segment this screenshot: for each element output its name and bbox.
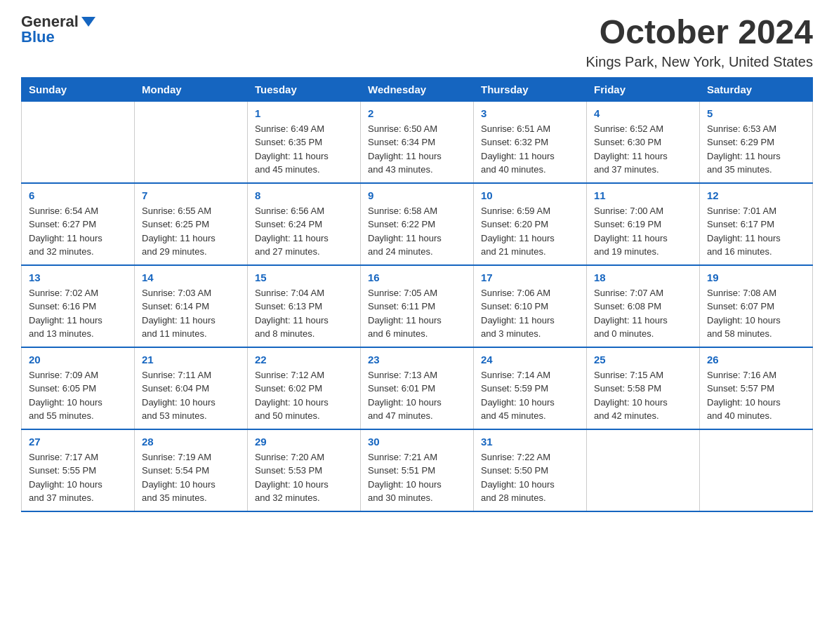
day-number: 1 — [255, 107, 353, 119]
day-info: Sunrise: 7:02 AM Sunset: 6:16 PM Dayligh… — [29, 286, 127, 341]
day-number: 4 — [594, 107, 692, 119]
day-number: 6 — [29, 189, 127, 201]
day-info: Sunrise: 7:03 AM Sunset: 6:14 PM Dayligh… — [142, 286, 240, 341]
calendar-header: Sunday Monday Tuesday Wednesday Thursday… — [22, 77, 813, 101]
calendar-cell: 14Sunrise: 7:03 AM Sunset: 6:14 PM Dayli… — [135, 265, 248, 347]
calendar-cell: 17Sunrise: 7:06 AM Sunset: 6:10 PM Dayli… — [474, 265, 587, 347]
day-info: Sunrise: 7:05 AM Sunset: 6:11 PM Dayligh… — [368, 286, 466, 341]
day-info: Sunrise: 6:55 AM Sunset: 6:25 PM Dayligh… — [142, 204, 240, 259]
calendar-cell: 5Sunrise: 6:53 AM Sunset: 6:29 PM Daylig… — [700, 101, 813, 183]
day-info: Sunrise: 7:14 AM Sunset: 5:59 PM Dayligh… — [481, 368, 579, 423]
header-thursday: Thursday — [474, 77, 587, 101]
logo-general-text: General — [21, 14, 79, 29]
day-info: Sunrise: 6:52 AM Sunset: 6:30 PM Dayligh… — [594, 122, 692, 177]
day-number: 14 — [142, 271, 240, 283]
calendar-cell — [587, 429, 700, 511]
page-header: General Blue October 2024 Kings Park, Ne… — [21, 14, 813, 70]
day-info: Sunrise: 6:49 AM Sunset: 6:35 PM Dayligh… — [255, 122, 353, 177]
calendar-cell: 1Sunrise: 6:49 AM Sunset: 6:35 PM Daylig… — [248, 101, 361, 183]
calendar-cell: 21Sunrise: 7:11 AM Sunset: 6:04 PM Dayli… — [135, 347, 248, 429]
calendar-week-2: 6Sunrise: 6:54 AM Sunset: 6:27 PM Daylig… — [22, 183, 813, 265]
header-monday: Monday — [135, 77, 248, 101]
day-info: Sunrise: 7:04 AM Sunset: 6:13 PM Dayligh… — [255, 286, 353, 341]
day-info: Sunrise: 7:01 AM Sunset: 6:17 PM Dayligh… — [707, 204, 805, 259]
day-number: 17 — [481, 271, 579, 283]
day-number: 25 — [594, 354, 692, 365]
day-info: Sunrise: 6:53 AM Sunset: 6:29 PM Dayligh… — [707, 122, 805, 177]
day-info: Sunrise: 7:08 AM Sunset: 6:07 PM Dayligh… — [707, 286, 805, 341]
logo-triangle-icon — [81, 17, 95, 27]
title-section: October 2024 Kings Park, New York, Unite… — [586, 14, 814, 70]
calendar-cell — [700, 429, 813, 511]
calendar-cell — [22, 101, 135, 183]
day-number: 9 — [368, 189, 466, 201]
day-number: 16 — [368, 271, 466, 283]
day-number: 5 — [707, 107, 805, 119]
day-info: Sunrise: 6:58 AM Sunset: 6:22 PM Dayligh… — [368, 204, 466, 259]
month-title: October 2024 — [586, 14, 814, 51]
day-number: 15 — [255, 271, 353, 283]
day-info: Sunrise: 6:56 AM Sunset: 6:24 PM Dayligh… — [255, 204, 353, 259]
day-info: Sunrise: 6:51 AM Sunset: 6:32 PM Dayligh… — [481, 122, 579, 177]
header-sunday: Sunday — [22, 77, 135, 101]
day-info: Sunrise: 7:12 AM Sunset: 6:02 PM Dayligh… — [255, 368, 353, 423]
calendar-cell: 10Sunrise: 6:59 AM Sunset: 6:20 PM Dayli… — [474, 183, 587, 265]
calendar-cell: 3Sunrise: 6:51 AM Sunset: 6:32 PM Daylig… — [474, 101, 587, 183]
day-number: 19 — [707, 271, 805, 283]
logo-blue-text: Blue — [21, 29, 55, 45]
calendar-cell: 15Sunrise: 7:04 AM Sunset: 6:13 PM Dayli… — [248, 265, 361, 347]
calendar-cell: 6Sunrise: 6:54 AM Sunset: 6:27 PM Daylig… — [22, 183, 135, 265]
calendar-cell: 29Sunrise: 7:20 AM Sunset: 5:53 PM Dayli… — [248, 429, 361, 511]
day-info: Sunrise: 7:09 AM Sunset: 6:05 PM Dayligh… — [29, 368, 127, 423]
calendar-cell: 24Sunrise: 7:14 AM Sunset: 5:59 PM Dayli… — [474, 347, 587, 429]
calendar-cell: 13Sunrise: 7:02 AM Sunset: 6:16 PM Dayli… — [22, 265, 135, 347]
calendar-cell — [135, 101, 248, 183]
day-number: 27 — [29, 436, 127, 448]
calendar-cell: 11Sunrise: 7:00 AM Sunset: 6:19 PM Dayli… — [587, 183, 700, 265]
calendar-cell: 4Sunrise: 6:52 AM Sunset: 6:30 PM Daylig… — [587, 101, 700, 183]
day-info: Sunrise: 6:50 AM Sunset: 6:34 PM Dayligh… — [368, 122, 466, 177]
day-number: 7 — [142, 189, 240, 201]
day-info: Sunrise: 6:59 AM Sunset: 6:20 PM Dayligh… — [481, 204, 579, 259]
header-wednesday: Wednesday — [361, 77, 474, 101]
day-number: 29 — [255, 436, 353, 448]
calendar-cell: 2Sunrise: 6:50 AM Sunset: 6:34 PM Daylig… — [361, 101, 474, 183]
day-info: Sunrise: 6:54 AM Sunset: 6:27 PM Dayligh… — [29, 204, 127, 259]
day-number: 10 — [481, 189, 579, 201]
calendar-cell: 20Sunrise: 7:09 AM Sunset: 6:05 PM Dayli… — [22, 347, 135, 429]
day-info: Sunrise: 7:20 AM Sunset: 5:53 PM Dayligh… — [255, 450, 353, 505]
day-info: Sunrise: 7:00 AM Sunset: 6:19 PM Dayligh… — [594, 204, 692, 259]
day-number: 13 — [29, 271, 127, 283]
calendar-cell: 27Sunrise: 7:17 AM Sunset: 5:55 PM Dayli… — [22, 429, 135, 511]
day-number: 22 — [255, 354, 353, 365]
day-info: Sunrise: 7:07 AM Sunset: 6:08 PM Dayligh… — [594, 286, 692, 341]
day-info: Sunrise: 7:06 AM Sunset: 6:10 PM Dayligh… — [481, 286, 579, 341]
calendar-week-5: 27Sunrise: 7:17 AM Sunset: 5:55 PM Dayli… — [22, 429, 813, 511]
calendar-cell: 19Sunrise: 7:08 AM Sunset: 6:07 PM Dayli… — [700, 265, 813, 347]
day-number: 18 — [594, 271, 692, 283]
day-info: Sunrise: 7:22 AM Sunset: 5:50 PM Dayligh… — [481, 450, 579, 505]
calendar-cell: 16Sunrise: 7:05 AM Sunset: 6:11 PM Dayli… — [361, 265, 474, 347]
header-friday: Friday — [587, 77, 700, 101]
calendar-cell: 31Sunrise: 7:22 AM Sunset: 5:50 PM Dayli… — [474, 429, 587, 511]
calendar-body: 1Sunrise: 6:49 AM Sunset: 6:35 PM Daylig… — [22, 101, 813, 511]
day-number: 8 — [255, 189, 353, 201]
location: Kings Park, New York, United States — [586, 54, 814, 70]
calendar-cell: 28Sunrise: 7:19 AM Sunset: 5:54 PM Dayli… — [135, 429, 248, 511]
calendar-cell: 7Sunrise: 6:55 AM Sunset: 6:25 PM Daylig… — [135, 183, 248, 265]
header-tuesday: Tuesday — [248, 77, 361, 101]
day-number: 11 — [594, 189, 692, 201]
day-info: Sunrise: 7:13 AM Sunset: 6:01 PM Dayligh… — [368, 368, 466, 423]
calendar-cell: 8Sunrise: 6:56 AM Sunset: 6:24 PM Daylig… — [248, 183, 361, 265]
calendar-week-4: 20Sunrise: 7:09 AM Sunset: 6:05 PM Dayli… — [22, 347, 813, 429]
header-saturday: Saturday — [700, 77, 813, 101]
day-number: 28 — [142, 436, 240, 448]
header-row: Sunday Monday Tuesday Wednesday Thursday… — [22, 77, 813, 101]
calendar-cell: 26Sunrise: 7:16 AM Sunset: 5:57 PM Dayli… — [700, 347, 813, 429]
calendar-week-1: 1Sunrise: 6:49 AM Sunset: 6:35 PM Daylig… — [22, 101, 813, 183]
day-info: Sunrise: 7:11 AM Sunset: 6:04 PM Dayligh… — [142, 368, 240, 423]
calendar-cell: 12Sunrise: 7:01 AM Sunset: 6:17 PM Dayli… — [700, 183, 813, 265]
day-number: 31 — [481, 436, 579, 448]
calendar-cell: 18Sunrise: 7:07 AM Sunset: 6:08 PM Dayli… — [587, 265, 700, 347]
day-info: Sunrise: 7:19 AM Sunset: 5:54 PM Dayligh… — [142, 450, 240, 505]
